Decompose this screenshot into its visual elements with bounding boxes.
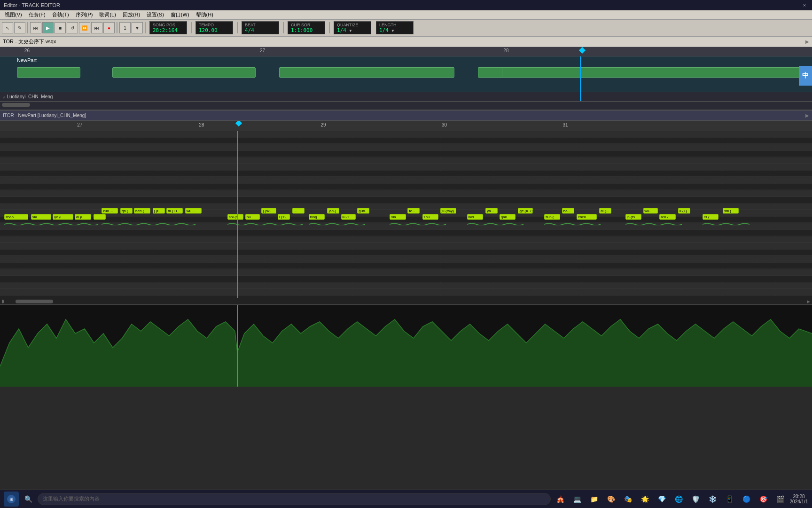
- note-wu2[interactable]: wu...: [643, 208, 658, 214]
- note-xia1[interactable]: xia...: [31, 214, 51, 220]
- menu-window[interactable]: 窗口(W): [168, 11, 192, 19]
- note-zuo[interactable]: zuo ...: [102, 208, 118, 214]
- note-j2[interactable]: j {s\1: [261, 208, 276, 214]
- note-dot1[interactable]: ...: [94, 214, 106, 220]
- note-wu1[interactable]: wu ...: [185, 208, 202, 214]
- taskbar-icon-7[interactable]: 💎: [654, 492, 669, 507]
- note-xia2[interactable]: xia...: [390, 214, 406, 220]
- transport-ffwd[interactable]: ⏩: [79, 22, 90, 33]
- tool-1[interactable]: 1: [119, 22, 131, 33]
- menu-settings[interactable]: 设置(S): [144, 11, 167, 19]
- roll-content[interactable]: zhao... xia... ye {i... di {i... ... zuo…: [0, 131, 812, 298]
- taskbar-icon-8[interactable]: 🌐: [671, 492, 686, 507]
- note-ju[interactable]: ju {ts\y}: [440, 208, 457, 214]
- transport-record[interactable]: ●: [103, 22, 115, 33]
- menu-help[interactable]: 帮助(H): [193, 11, 216, 19]
- note-bing[interactable]: bing...: [309, 214, 325, 220]
- note-di2[interactable]: di {T1: [166, 208, 183, 214]
- taskbar-icon-13[interactable]: 🎯: [756, 492, 771, 507]
- menu-sequence[interactable]: 序列(P): [73, 11, 96, 19]
- scroll-right-btn[interactable]: ▶: [805, 39, 809, 44]
- menu-view[interactable]: 视图(V): [2, 11, 25, 19]
- note-chen[interactable]: chen...: [577, 214, 597, 220]
- cursor-value: 1:1:000: [291, 27, 312, 33]
- taskbar-icon-9[interactable]: 🛡️: [688, 492, 703, 507]
- tempo-group: TEMPO 120.00: [195, 21, 233, 34]
- note-li[interactable]: lI {1}: [678, 208, 690, 214]
- taskbar-icon-3[interactable]: 📁: [586, 492, 601, 507]
- note-dot2[interactable]: ...: [292, 208, 304, 214]
- taskbar-icon-1[interactable]: 🎪: [553, 492, 568, 507]
- menu-task[interactable]: 任务(F): [26, 11, 48, 19]
- transport-loop[interactable]: ↺: [67, 22, 78, 33]
- note-ya[interactable]: ya...: [485, 208, 498, 214]
- track-part-1[interactable]: [17, 67, 80, 78]
- taskbar-icon-2[interactable]: 💻: [570, 492, 585, 507]
- taskbar-icon-4[interactable]: 🎨: [603, 492, 618, 507]
- track-part-5[interactable]: [502, 67, 804, 78]
- note-hu[interactable]: hu...: [245, 214, 260, 220]
- taskbar-icon-10[interactable]: ❄️: [705, 492, 720, 507]
- note-ha[interactable]: ha...: [562, 208, 574, 214]
- singer-name: Luotianyi_CHN_Meng: [7, 94, 53, 99]
- tool-arrow[interactable]: ↖: [2, 22, 13, 33]
- note-shi2[interactable]: shi {: [723, 208, 739, 214]
- taskbar-icon-5[interactable]: 🎭: [620, 492, 635, 507]
- taskbar: ⊞ 🔍 这里输入你要搜索的内容 🎪 💻 📁 🎨 🎭 🌟 💎 🌐 🛡️ ❄️ 📱 …: [0, 489, 812, 508]
- menu-playback[interactable]: 回放(R): [120, 11, 143, 19]
- menu-track[interactable]: 音轨(T): [49, 11, 72, 19]
- menu-lyrics[interactable]: 歌词(L): [96, 11, 118, 19]
- roll-scrollbar[interactable]: ▶: [0, 298, 812, 304]
- tool-pencil[interactable]: ✎: [14, 22, 25, 33]
- note-zhao[interactable]: zhao...: [4, 214, 29, 220]
- transport-stop[interactable]: ■: [55, 22, 66, 33]
- note-zhu[interactable]: zhu ...: [422, 214, 439, 220]
- track-part-3[interactable]: [279, 67, 454, 78]
- note-er[interactable]: er {...: [703, 214, 719, 220]
- note-jan[interactable]: jan {: [327, 208, 339, 214]
- taskbar-icon-14[interactable]: 🎬: [773, 492, 788, 507]
- part-editor-scroll-btn[interactable]: ▶: [805, 113, 809, 118]
- close-button[interactable]: ×: [801, 1, 808, 9]
- note-di3[interactable]: di {...: [599, 208, 611, 214]
- note-wei[interactable]: wei...: [467, 214, 484, 220]
- note-gan[interactable]: gan...: [500, 214, 516, 220]
- beat-value: 4/4: [245, 27, 254, 33]
- toolbar-sep-2: [117, 22, 117, 33]
- note-fe[interactable]: fe...: [407, 208, 420, 214]
- taskbar-icon-11[interactable]: 📱: [722, 492, 737, 507]
- transport-play[interactable]: ▶: [42, 22, 54, 33]
- track-scrollbar[interactable]: [0, 101, 812, 108]
- length-display[interactable]: LENGTH 1/4 ▼: [376, 21, 414, 34]
- transport-end[interactable]: ⏭: [91, 22, 102, 33]
- note-ben[interactable]: ben {: [134, 208, 150, 214]
- quantize-display[interactable]: QUANTIZE 1/4 ▼: [334, 21, 371, 34]
- note-shi[interactable]: shi {s...: [227, 214, 244, 220]
- note-ge[interactable]: ge {K 7}: [518, 208, 532, 214]
- transport-rewind[interactable]: ⏮: [30, 22, 41, 33]
- track-part-2[interactable]: [112, 67, 256, 78]
- tool-2[interactable]: ▼: [132, 22, 143, 33]
- taskbar-icon-6[interactable]: 🌟: [637, 492, 652, 507]
- search-taskbar-btn[interactable]: 🔍: [21, 492, 36, 507]
- taskbar-icon-12[interactable]: 🔵: [739, 492, 754, 507]
- note-guo[interactable]: guo.: [357, 208, 369, 214]
- note-ye[interactable]: ye {i...: [53, 214, 73, 220]
- tempo-value: 120.00: [199, 27, 218, 33]
- note-j1[interactable]: j {t...: [153, 208, 165, 214]
- note-l1[interactable]: l {1}: [278, 214, 290, 220]
- note-lu[interactable]: lu {I...: [341, 214, 356, 220]
- note-ren[interactable]: ren {: [659, 214, 676, 220]
- note-di1[interactable]: di {i...: [75, 214, 91, 220]
- note-jn[interactable]: jn {ts...: [625, 214, 642, 220]
- songpos-label: SONG POS.: [153, 23, 177, 27]
- menu-bar: 视图(V) 任务(F) 音轨(T) 序列(P) 歌词(L) 回放(R) 设置(S…: [0, 10, 812, 20]
- track-scroll-thumb[interactable]: [2, 103, 30, 107]
- start-button[interactable]: ⊞: [4, 492, 19, 507]
- roll-scroll-thumb[interactable]: [16, 300, 53, 303]
- note-zun[interactable]: zun {: [544, 214, 561, 220]
- taskbar-search[interactable]: 这里输入你要搜索的内容: [38, 493, 551, 505]
- roll-scroll-right[interactable]: ▶: [807, 299, 810, 304]
- chinese-button[interactable]: 中: [799, 66, 812, 86]
- note-qn[interactable]: qn {: [120, 208, 133, 214]
